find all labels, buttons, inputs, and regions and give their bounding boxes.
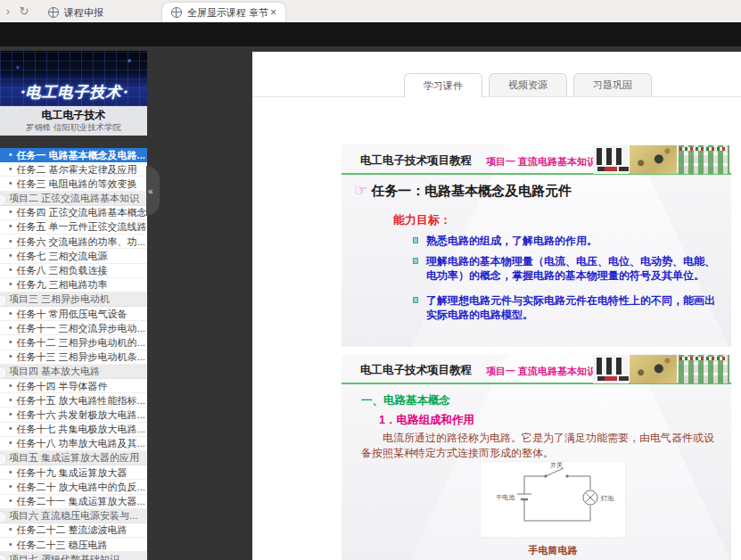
sidebar-item-label: 任务十 常用低压电气设备 [17,307,128,321]
sidebar-item[interactable]: •任务二十二 整流滤波电路 [0,523,147,538]
circuit-photo-1 [593,145,629,174]
content-panel: 学习课件 视频资源 习题巩固 电工电子技术项目教程 项目一 直流电路基本知识 ☞… [252,52,741,560]
slide1-bullets: 熟悉电路的组成，了解电路的作用。理解电路的基本物理量（电流、电压、电位、电动势、… [413,234,720,328]
reload-icon[interactable]: ↻ [16,0,32,22]
sidebar-collapse-button[interactable]: « [146,166,160,216]
sidebar-item[interactable]: •任务三 电阻电路的等效变换 [0,177,147,191]
browser-tab-course-apply[interactable]: 课程申报 [39,3,162,22]
sidebar-item[interactable]: •任务十二 三相异步电动机的... [0,335,147,350]
sidebar-item-label: 项目六 直流稳压电源安装与... [9,509,137,523]
sidebar-item[interactable]: •任务五 单一元件正弦交流线路 [0,220,147,235]
sidebar-item[interactable]: •任务十八 功率放大电路及其... [0,437,147,451]
sidebar-item[interactable]: •任务二十三 稳压电路 [0,538,147,552]
sidebar-section-header[interactable]: 项目二 正弦交流电路基本知识 [0,192,147,206]
forward-icon[interactable]: › [0,0,16,22]
course-subtitle: 罗锦锋 信阳职业技术学院 [0,122,147,133]
sidebar-item-label: 任务三 电阻电路的等效变换 [17,177,137,191]
pointing-hand-icon: ☞ [354,182,367,199]
globe-icon [171,7,182,18]
bullet-icon: • [9,307,12,321]
browser-toolbar: › ↻ 课程申报 全屏显示课程 章节 × [0,0,741,22]
sidebar-item[interactable]: •任务十三 三相异步电动机条... [0,350,147,365]
sidebar-item[interactable]: •任务十七 共集电极放大电路... [0,423,147,437]
sidebar-item[interactable]: •任务二十 放大电路中的负反... [0,480,147,494]
lamp-label: 灯泡 [601,495,614,502]
sidebar-item-label: 任务十七 共集电极放大电路... [17,423,145,437]
sidebar-section-header[interactable]: 项目三 三相异步电动机 [0,292,147,307]
body-paragraph: 电流所通过的路径称为电路。它是为了满足功能需要，由电气器件或设备按照某种特定方式… [361,431,720,461]
sidebar-item-label: 任务十一 三相交流异步电动... [17,321,145,335]
sidebar-item[interactable]: •任务七 三相交流电源 [0,249,147,263]
sidebar-section-header[interactable]: 项目六 直流稳压电源安装与... [0,509,147,523]
sidebar-item[interactable]: •任务六 交流电路的功率、功... [0,235,147,249]
collapse-chevrons-icon: « [148,186,153,196]
bullet-icon: • [9,148,12,162]
sidebar-item[interactable]: •任务十四 半导体器件 [0,379,147,393]
tab-exercises[interactable]: 习题巩固 [573,73,652,96]
sidebar-section-header[interactable]: 项目五 集成运算放大器的应用 [0,451,147,465]
bullet-icon: • [9,235,12,249]
slide-header-book-title: 电工电子技术项目教程 [360,363,472,378]
sidebar-item-label: 任务九 三相电路功率 [17,278,108,292]
sidebar-item-label: 任务二十二 整流滤波电路 [17,523,128,538]
top-black-band [0,22,741,46]
tab-video-resources[interactable]: 视频资源 [489,73,567,96]
sidebar-section-header[interactable]: 项目四 基本放大电路 [0,365,147,379]
figure-caption: 手电筒电路 [480,544,626,557]
bullet-icon: • [9,350,12,365]
sidebar-item[interactable]: •任务二 基尔霍夫定律及应用 [0,162,147,177]
slide-title: ☞任务一：电路基本概念及电路元件 [354,181,572,200]
square-bullet-icon [413,258,418,264]
bullet-icon: • [9,321,12,335]
circuit-photo-2 [630,355,677,383]
sidebar-item[interactable]: •任务八 三相负载连接 [0,264,147,278]
circuit-photo-3 [678,145,729,174]
goal-bullet: 熟悉电路的组成，了解电路的作用。 [413,234,720,248]
sidebar-item-label: 项目二 正弦交流电路基本知识 [9,192,139,206]
sidebar-item[interactable]: •任务十五 放大电路性能指标... [0,393,147,408]
sidebar-item[interactable]: •任务十九 集成运算放大器 [0,465,147,480]
sidebar-item-label: 项目七 逻辑代数基础知识 [9,552,119,560]
course-banner-image: ·电工电子技术· [0,51,147,106]
sidebar-item-label: 任务一 电路基本概念及电路... [17,148,145,162]
bullet-icon: • [9,465,12,480]
bullet-icon: • [9,523,12,538]
screen: › ↻ 课程申报 全屏显示课程 章节 × ·电工电子技术· 电工电子技术 罗锦锋… [0,0,741,560]
slide-header-project-title: 项目一 直流电路基本知识 [486,155,597,169]
tab-learning-courseware[interactable]: 学习课件 [404,73,482,97]
slide-1: 电工电子技术项目教程 项目一 直流电路基本知识 ☞任务一：电路基本概念及电路元件… [342,144,731,347]
sidebar-item[interactable]: •任务十六 共发射极放大电路... [0,408,147,422]
square-bullet-icon [413,237,418,243]
sidebar-item-label: 任务十九 集成运算放大器 [17,465,128,480]
sidebar-item-label: 任务二十一 集成运算放大器... [17,495,145,509]
sidebar-item[interactable]: •任务十 常用低压电气设备 [0,307,147,321]
browser-tab-fullscreen-course[interactable]: 全屏显示课程 章节 × [162,3,285,22]
goal-bullet: 理解电路的基本物理量（电流、电压、电位、电动势、电能、电功率）的概念，掌握电路的… [413,254,720,283]
browser-tab-label: 全屏显示课程 章节 [187,6,268,20]
close-tab-icon[interactable]: × [270,7,276,18]
sidebar-item-label: 任务十八 功率放大电路及其... [17,437,145,451]
circuit-diagram: 开关 干电池 灯泡 [480,461,626,538]
circuit-photo-2 [630,145,677,174]
goal-bullet: 了解理想电路元件与实际电路元件在电特性上的不同，能画出实际电路的电路模型。 [413,293,720,322]
bullet-icon: • [9,206,12,220]
sidebar-item[interactable]: •任务九 三相电路功率 [0,278,147,292]
slide-header-book-title: 电工电子技术项目教程 [360,153,472,169]
sidebar-item-label: 任务十六 共发射极放大电路... [17,408,145,422]
sidebar-item-label: 项目四 基本放大电路 [9,365,100,379]
bullet-icon: • [9,278,12,292]
bullet-icon: • [9,480,12,494]
sidebar-item-label: 任务六 交流电路的功率、功... [17,235,145,249]
bullet-icon: • [9,335,12,350]
sidebar-item[interactable]: •任务二十一 集成运算放大器... [0,495,147,509]
bullet-icon: • [9,437,12,451]
slide-2: 电工电子技术项目教程 项目一 直流电路基本知识 一、电路基本概念 1．电路组成和… [342,354,731,560]
ability-goals-label: 能力目标： [393,212,451,228]
bullet-icon: • [9,538,12,552]
sidebar-item[interactable]: •任务十一 三相交流异步电动... [0,321,147,335]
switch-label: 开关 [550,462,563,468]
sidebar-section-header[interactable]: 项目七 逻辑代数基础知识 [0,552,147,560]
sidebar-item[interactable]: •任务四 正弦交流电路基本概念 [0,206,147,220]
slide-header: 电工电子技术项目教程 项目一 直流电路基本知识 [342,354,731,384]
sidebar-item[interactable]: •任务一 电路基本概念及电路... [0,148,147,162]
